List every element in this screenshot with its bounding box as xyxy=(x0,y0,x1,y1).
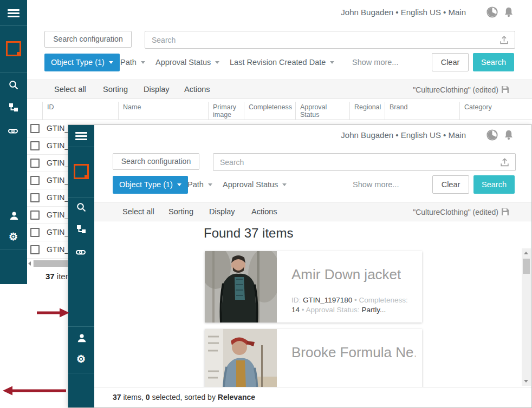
menu-icon[interactable] xyxy=(8,9,20,17)
inner-screenshot: ⚙ John Bugaden • English US • Main Searc… xyxy=(68,124,532,408)
display-button[interactable]: Display xyxy=(209,207,235,216)
status-bar: 37 items, 0 selected, sorted by Relevanc… xyxy=(94,387,531,407)
clear-button[interactable]: Clear xyxy=(432,175,469,194)
clear-button[interactable]: Clear xyxy=(432,53,469,71)
app-logo[interactable] xyxy=(74,164,89,179)
export-icon[interactable] xyxy=(499,35,509,45)
filter-last-revision-created-date[interactable]: Last Revision Created Date xyxy=(230,58,334,67)
product-title: Brooke Formula Ne... xyxy=(291,344,416,361)
row-id[interactable]: GTIN_ xyxy=(47,159,69,167)
row-checkbox[interactable] xyxy=(30,210,40,220)
row-checkbox[interactable] xyxy=(30,193,40,202)
user-icon[interactable] xyxy=(9,211,19,221)
horizontal-scrollbar[interactable] xyxy=(27,260,70,267)
column-header[interactable]: Brand xyxy=(385,102,459,120)
search-configuration-button[interactable]: Search configuration xyxy=(113,153,199,170)
settings-gear-icon[interactable]: ⚙ xyxy=(9,232,18,242)
search-button[interactable]: Search xyxy=(473,175,515,194)
user-info[interactable]: John Bugaden • English US • Main xyxy=(341,8,466,17)
filter-approval-status[interactable]: Approval Status xyxy=(155,58,219,67)
history-icon[interactable] xyxy=(486,6,498,18)
actions-button[interactable]: Actions xyxy=(184,85,210,94)
column-header[interactable]: Regional xyxy=(349,102,385,120)
chevron-down-icon xyxy=(330,61,334,64)
column-header[interactable]: Primary image xyxy=(208,102,244,120)
product-card[interactable]: Amir Down jacket ID: GTIN_1197180 • Comp… xyxy=(205,251,422,323)
actions-button[interactable]: Actions xyxy=(251,207,277,216)
hierarchy-icon[interactable] xyxy=(76,225,86,234)
row-checkbox[interactable] xyxy=(30,124,40,133)
history-icon[interactable] xyxy=(486,129,498,141)
link-icon[interactable] xyxy=(8,126,18,136)
user-info[interactable]: John Bugaden • English US • Main xyxy=(341,130,466,140)
column-header[interactable]: Approval Status xyxy=(295,102,349,120)
bell-icon[interactable] xyxy=(504,6,514,18)
row-id[interactable]: GTIN_ xyxy=(47,193,69,202)
select-all-button[interactable]: Select all xyxy=(122,207,154,216)
search-icon[interactable] xyxy=(9,80,18,90)
save-icon[interactable] xyxy=(501,208,509,216)
save-icon[interactable] xyxy=(501,85,509,94)
product-completeness: 14 xyxy=(291,306,300,314)
saved-search-name: "CultureClothing" (edited) xyxy=(413,85,498,94)
search-input[interactable] xyxy=(213,153,516,171)
scroll-up-icon[interactable] xyxy=(524,252,528,254)
search-button[interactable]: Search xyxy=(473,53,514,71)
filter-path[interactable]: Path xyxy=(187,180,212,189)
column-header-checkbox[interactable] xyxy=(27,102,42,120)
row-id[interactable]: GTIN_ xyxy=(47,124,69,133)
select-all-button[interactable]: Select all xyxy=(54,85,86,94)
hierarchy-icon[interactable] xyxy=(9,103,18,113)
export-icon[interactable] xyxy=(500,157,509,167)
search-input[interactable] xyxy=(145,31,515,49)
row-id[interactable]: GTIN_ xyxy=(47,228,69,236)
filter-object-type[interactable]: Object Type (1) xyxy=(44,54,120,71)
row-checkbox[interactable] xyxy=(30,245,40,254)
row-checkbox[interactable] xyxy=(30,141,40,150)
user-icon[interactable] xyxy=(77,333,87,343)
divider xyxy=(0,72,27,73)
annotation-arrow-left xyxy=(2,385,67,396)
row-checkbox[interactable] xyxy=(30,176,40,185)
show-more-link[interactable]: Show more... xyxy=(353,180,399,189)
column-header[interactable]: ID xyxy=(42,102,118,120)
status-text: 37 items, 0 selected, sorted by Relevanc… xyxy=(113,393,255,402)
row-id[interactable]: GTIN_ xyxy=(47,245,69,254)
scrollbar-thumb[interactable] xyxy=(523,259,530,274)
scrollbar-thumb[interactable] xyxy=(34,260,69,267)
filter-object-type[interactable]: Object Type (1) xyxy=(113,176,188,194)
inner-main: John Bugaden • English US • Main Search … xyxy=(94,125,531,407)
divider xyxy=(68,197,94,198)
scrollbar-track[interactable] xyxy=(33,260,70,267)
search-icon[interactable] xyxy=(76,202,86,212)
scroll-left-icon[interactable] xyxy=(28,261,31,266)
results-heading: Found 37 items xyxy=(204,226,293,241)
filter-approval-status[interactable]: Approval Status xyxy=(223,180,287,189)
inner-toolbar: Select all Sorting Display Actions "Cult… xyxy=(94,202,531,221)
divider xyxy=(68,326,94,327)
search-configuration-button[interactable]: Search configuration xyxy=(44,31,132,48)
display-button[interactable]: Display xyxy=(144,85,170,94)
scroll-down-icon[interactable] xyxy=(524,380,528,383)
sorting-button[interactable]: Sorting xyxy=(103,85,128,94)
row-checkbox[interactable] xyxy=(30,159,40,168)
row-id[interactable]: GTIN_ xyxy=(47,210,69,219)
product-id: GTIN_1197180 xyxy=(303,296,352,304)
row-id[interactable]: GTIN_ xyxy=(47,141,69,150)
vertical-scrollbar[interactable] xyxy=(522,248,531,386)
settings-gear-icon[interactable]: ⚙ xyxy=(76,354,86,364)
row-id[interactable]: GTIN_ xyxy=(47,176,69,185)
link-icon[interactable] xyxy=(76,247,86,257)
column-header[interactable]: Category xyxy=(459,102,532,120)
chevron-down-icon xyxy=(208,183,212,186)
column-header[interactable]: Completeness xyxy=(244,102,295,120)
filter-path[interactable]: Path xyxy=(120,58,145,67)
column-header[interactable]: Name xyxy=(118,102,208,120)
row-checkbox[interactable] xyxy=(30,228,40,237)
show-more-link[interactable]: Show more... xyxy=(352,58,398,67)
bell-icon[interactable] xyxy=(504,129,514,141)
menu-icon[interactable] xyxy=(75,132,87,140)
sorting-button[interactable]: Sorting xyxy=(168,207,193,216)
chevron-down-icon xyxy=(177,183,181,186)
app-logo[interactable] xyxy=(6,41,21,56)
